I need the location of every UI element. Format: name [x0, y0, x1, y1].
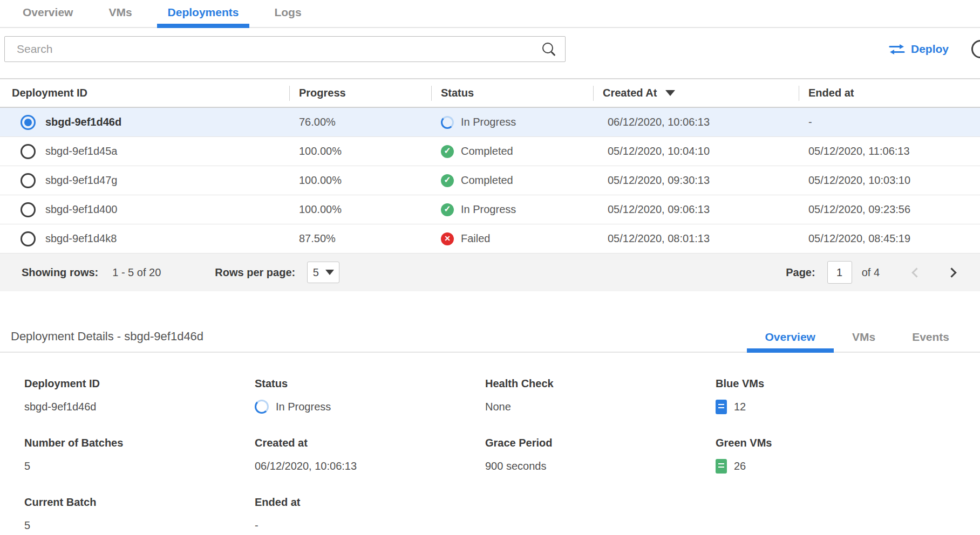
- column-divider: [289, 86, 290, 101]
- cell-progress: 76.00%: [289, 116, 431, 128]
- detail-health-check: Health Check None: [485, 378, 716, 414]
- row-radio-button[interactable]: [21, 173, 36, 188]
- row-radio-button[interactable]: [21, 202, 36, 217]
- cell-status: Completed: [431, 145, 593, 158]
- cell-created-at: 05/12/2020, 10:04:10: [593, 145, 799, 157]
- cell-ended-at: 05/12/2020, 09:23:56: [799, 203, 980, 216]
- tab-vms[interactable]: VMs: [98, 6, 142, 27]
- blue-vm-icon: [716, 400, 727, 414]
- rows-per-page: Rows per page: 5: [215, 262, 339, 283]
- toolbar: Deploy: [0, 28, 980, 70]
- column-header-created-at[interactable]: Created At: [593, 86, 799, 101]
- page-tab-bar: Overview VMs Deployments Logs: [0, 0, 980, 28]
- sort-desc-icon[interactable]: [665, 90, 675, 96]
- cell-progress: 100.00%: [289, 145, 431, 157]
- status-label: Completed: [461, 145, 513, 157]
- column-divider: [593, 86, 594, 101]
- column-header-ended-at[interactable]: Ended at: [799, 86, 980, 101]
- cell-ended-at: 05/12/2020, 11:06:13: [799, 145, 980, 157]
- deployment-id: sbgd-9ef1d47g: [45, 174, 117, 187]
- page-label: Page:: [786, 266, 815, 279]
- showing-rows-label: Showing rows:: [22, 266, 98, 279]
- cell-status: Failed: [431, 232, 593, 245]
- deployment-id: sbgd-9ef1d45a: [45, 145, 117, 157]
- status-icon: [441, 145, 454, 158]
- search-input[interactable]: [17, 43, 541, 56]
- deploy-button[interactable]: Deploy: [889, 43, 949, 56]
- table-row[interactable]: sbgd-9ef1d47g 100.00% Completed 05/12/20…: [0, 166, 980, 195]
- table-row[interactable]: sbgd-9ef1d46d 76.00% In Progress 06/12/2…: [0, 108, 980, 137]
- details-tab-events[interactable]: Events: [894, 331, 968, 352]
- table-row[interactable]: sbgd-9ef1d400 100.00% In Progress 05/12/…: [0, 195, 980, 224]
- rows-per-page-select[interactable]: 5: [307, 262, 339, 283]
- column-header-status[interactable]: Status: [431, 86, 593, 101]
- row-radio-button[interactable]: [21, 115, 36, 130]
- status-label: In Progress: [461, 203, 516, 216]
- detail-green-vms: Green VMs 26: [716, 437, 946, 474]
- swap-horizontal-icon: [889, 44, 905, 55]
- rows-per-page-value: 5: [313, 266, 319, 279]
- cell-ended-at: -: [799, 116, 980, 128]
- row-radio-button[interactable]: [21, 231, 36, 246]
- table-pagination-bar: Showing rows: 1 - 5 of 20 Rows per page:…: [0, 253, 980, 291]
- table-header: Deployment ID Progress Status Created At…: [0, 78, 980, 108]
- cell-created-at: 05/12/2020, 08:01:13: [593, 232, 799, 245]
- column-header-deployment-id[interactable]: Deployment ID: [0, 87, 289, 99]
- cell-progress: 100.00%: [289, 174, 431, 187]
- tab-overview[interactable]: Overview: [12, 6, 84, 27]
- table-row[interactable]: sbgd-9ef1d45a 100.00% Completed 05/12/20…: [0, 137, 980, 166]
- page-total: of 4: [862, 266, 880, 279]
- showing-rows-value: 1 - 5 of 20: [112, 266, 161, 279]
- dropdown-caret-icon: [325, 270, 334, 275]
- cell-ended-at: 05/12/2020, 10:03:10: [799, 174, 980, 187]
- status-spinner-icon: [255, 400, 269, 414]
- search-icon[interactable]: [541, 42, 556, 57]
- status-icon: [441, 232, 454, 245]
- details-tab-overview[interactable]: Overview: [747, 331, 834, 352]
- cell-status: Completed: [431, 174, 593, 187]
- cell-deployment-id: sbgd-9ef1d46d: [0, 115, 289, 130]
- detail-status: Status In Progress: [255, 378, 485, 414]
- details-grid: Deployment ID sbgd-9ef1d46d Status In Pr…: [0, 353, 980, 533]
- cell-deployment-id: sbgd-9ef1d4k8: [0, 231, 289, 246]
- cell-deployment-id: sbgd-9ef1d400: [0, 202, 289, 217]
- detail-number-of-batches: Number of Batches 5: [24, 437, 255, 474]
- cell-created-at: 06/12/2020, 10:06:13: [593, 116, 799, 128]
- details-tab-bar: Overview VMs Events: [747, 331, 968, 352]
- cell-created-at: 05/12/2020, 09:06:13: [593, 203, 799, 216]
- cell-deployment-id: sbgd-9ef1d47g: [0, 173, 289, 188]
- status-icon: [441, 174, 454, 187]
- details-header: Deployment Details - sbgd-9ef1d46d Overv…: [0, 325, 980, 353]
- tab-deployments[interactable]: Deployments: [157, 6, 250, 27]
- cell-created-at: 05/12/2020, 09:30:13: [593, 174, 799, 187]
- cell-progress: 100.00%: [289, 203, 431, 216]
- cell-ended-at: 05/12/2020, 08:45:19: [799, 232, 980, 245]
- cell-status: In Progress: [431, 203, 593, 216]
- status-label: Completed: [461, 174, 513, 187]
- status-icon: [441, 116, 454, 129]
- deployment-id: sbgd-9ef1d46d: [45, 116, 121, 128]
- pager: Page: of 4: [786, 261, 955, 284]
- green-vm-icon: [716, 459, 727, 474]
- table-row[interactable]: sbgd-9ef1d4k8 87.50% Failed 05/12/2020, …: [0, 224, 980, 253]
- row-radio-button[interactable]: [21, 144, 36, 159]
- toolbar-actions: Deploy: [889, 40, 980, 58]
- detail-current-batch: Current Batch 5: [24, 496, 255, 533]
- chevron-left-icon[interactable]: [911, 268, 921, 277]
- cell-progress: 87.50%: [289, 232, 431, 245]
- deploy-button-label: Deploy: [911, 43, 949, 56]
- deployment-id: sbgd-9ef1d4k8: [45, 232, 117, 245]
- detail-deployment-id: Deployment ID sbgd-9ef1d46d: [24, 378, 255, 414]
- refresh-icon[interactable]: [971, 40, 980, 58]
- tab-logs[interactable]: Logs: [263, 6, 312, 27]
- cell-deployment-id: sbgd-9ef1d45a: [0, 144, 289, 159]
- page-number-input[interactable]: [827, 261, 852, 284]
- status-icon: [441, 203, 454, 216]
- detail-blue-vms: Blue VMs 12: [716, 378, 946, 414]
- details-tab-vms[interactable]: VMs: [834, 331, 894, 352]
- column-header-progress[interactable]: Progress: [289, 86, 431, 101]
- deployment-id: sbgd-9ef1d400: [45, 203, 117, 216]
- chevron-right-icon[interactable]: [947, 268, 956, 277]
- detail-ended-at: Ended at -: [255, 496, 485, 533]
- detail-created-at: Created at 06/12/2020, 10:06:13: [255, 437, 485, 474]
